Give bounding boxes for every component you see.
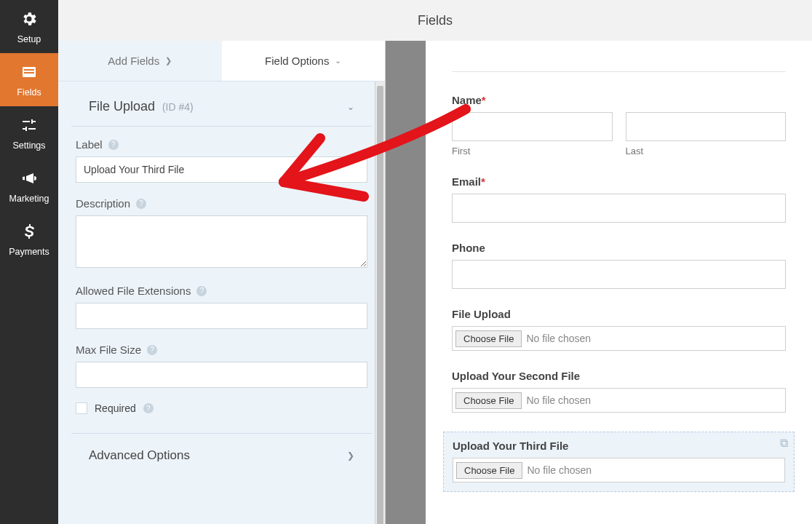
preview-file2-label: Upload Your Second File bbox=[452, 370, 786, 382]
page-title-bar: Fields bbox=[58, 0, 812, 41]
choose-file-button[interactable]: Choose File bbox=[455, 330, 522, 347]
panel-divider bbox=[386, 41, 426, 524]
preview-file1-input[interactable]: Choose File No file chosen bbox=[452, 326, 786, 351]
form-preview: Name* First Last bbox=[426, 41, 812, 524]
preview-last-label: Last bbox=[626, 146, 787, 156]
preview-first-label: First bbox=[452, 146, 613, 156]
advanced-options-toggle[interactable]: Advanced Options ❯ bbox=[71, 433, 372, 477]
allowed-extensions-label: Allowed File Extensions bbox=[76, 285, 191, 297]
preview-email-label: Email bbox=[452, 175, 481, 188]
required-checkbox[interactable] bbox=[76, 402, 87, 414]
sidebar-item-label: Fields bbox=[17, 87, 41, 98]
chevron-right-icon: ❯ bbox=[347, 450, 354, 461]
sidebar-item-fields[interactable]: Fields bbox=[0, 53, 58, 106]
svg-rect-2 bbox=[24, 72, 34, 74]
preview-file1-label: File Upload bbox=[452, 308, 786, 320]
preview-file3-field[interactable]: ⧉ Upload Your Third File Choose File No … bbox=[443, 432, 795, 492]
divider bbox=[452, 71, 786, 72]
help-icon[interactable]: ? bbox=[196, 286, 207, 296]
tab-field-options[interactable]: Field Options ⌄ bbox=[222, 41, 386, 81]
description-input[interactable] bbox=[76, 215, 367, 268]
tab-add-fields[interactable]: Add Fields ❯ bbox=[58, 41, 222, 81]
no-file-text: No file chosen bbox=[525, 394, 591, 406]
max-file-size-input[interactable] bbox=[76, 362, 367, 388]
label-label: Label bbox=[76, 138, 103, 151]
required-label: Required bbox=[95, 402, 136, 414]
preview-last-name-input[interactable] bbox=[626, 112, 787, 141]
description-label: Description bbox=[76, 197, 130, 210]
label-input[interactable] bbox=[76, 156, 367, 183]
svg-rect-1 bbox=[24, 69, 34, 71]
chevron-right-icon: ❯ bbox=[165, 56, 172, 66]
preview-first-name-input[interactable] bbox=[452, 112, 613, 141]
field-options-panel: Add Fields ❯ Field Options ⌄ File Upload bbox=[58, 41, 386, 524]
sidebar-item-label: Settings bbox=[12, 140, 45, 151]
help-icon[interactable]: ? bbox=[147, 345, 157, 355]
max-file-size-label: Max File Size bbox=[76, 344, 141, 356]
duplicate-icon[interactable]: ⧉ bbox=[780, 437, 788, 450]
chevron-down-icon: ⌄ bbox=[347, 102, 354, 112]
field-type-title: File Upload bbox=[89, 99, 155, 114]
sliders-icon bbox=[20, 116, 38, 136]
help-icon[interactable]: ? bbox=[143, 403, 154, 413]
preview-email-input[interactable] bbox=[452, 194, 786, 223]
no-file-text: No file chosen bbox=[525, 464, 592, 476]
scrollbar[interactable] bbox=[375, 82, 385, 524]
preview-phone-label: Phone bbox=[452, 242, 786, 254]
form-icon bbox=[20, 63, 38, 83]
required-asterisk: * bbox=[481, 175, 485, 188]
allowed-extensions-input[interactable] bbox=[76, 303, 367, 329]
required-asterisk: * bbox=[482, 94, 486, 106]
dollar-icon bbox=[20, 223, 38, 242]
sidebar-item-label: Payments bbox=[9, 247, 49, 257]
field-section-header[interactable]: File Upload (ID #4) ⌄ bbox=[71, 82, 372, 127]
field-id: (ID #4) bbox=[162, 101, 194, 113]
sidebar-item-settings[interactable]: Settings bbox=[0, 106, 58, 159]
sidebar-item-payments[interactable]: Payments bbox=[0, 213, 58, 266]
gear-icon bbox=[20, 10, 38, 30]
choose-file-button[interactable]: Choose File bbox=[456, 462, 522, 479]
help-icon[interactable]: ? bbox=[108, 140, 119, 150]
preview-phone-input[interactable] bbox=[452, 260, 786, 289]
page-title: Fields bbox=[418, 13, 453, 28]
preview-file3-input[interactable]: Choose File No file chosen bbox=[453, 458, 785, 483]
sidebar-item-label: Setup bbox=[17, 34, 41, 44]
sidebar: Setup Fields Settings Marketing Payments bbox=[0, 0, 58, 524]
megaphone-icon bbox=[20, 170, 38, 189]
preview-file2-input[interactable]: Choose File No file chosen bbox=[452, 388, 786, 413]
sidebar-item-marketing[interactable]: Marketing bbox=[0, 159, 58, 213]
preview-file3-label: Upload Your Third File bbox=[453, 440, 785, 452]
chevron-down-icon: ⌄ bbox=[335, 56, 341, 66]
sidebar-item-label: Marketing bbox=[9, 194, 49, 204]
sidebar-item-setup[interactable]: Setup bbox=[0, 0, 58, 53]
no-file-text: No file chosen bbox=[525, 333, 591, 344]
help-icon[interactable]: ? bbox=[136, 199, 146, 209]
preview-name-label: Name bbox=[452, 94, 482, 106]
choose-file-button[interactable]: Choose File bbox=[455, 392, 522, 409]
